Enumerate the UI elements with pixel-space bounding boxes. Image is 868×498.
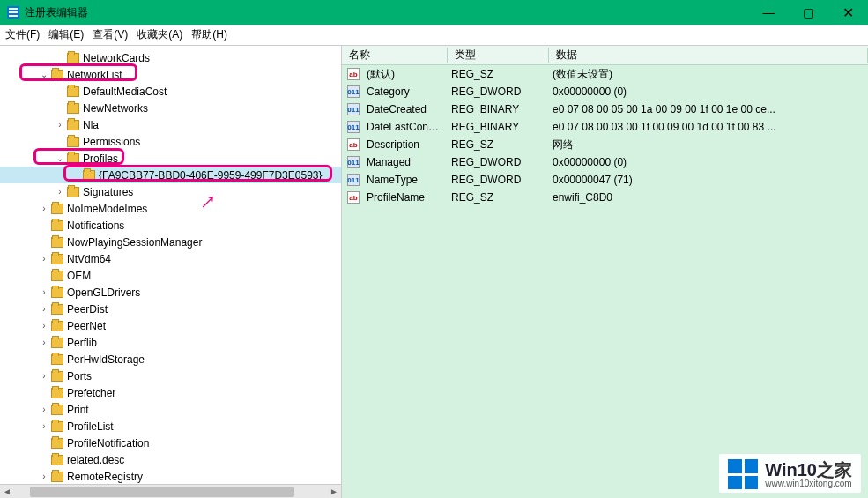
tree-item-label: related.desc xyxy=(67,454,124,466)
cell-data: 网络 xyxy=(547,138,868,152)
chevron-right-icon[interactable]: › xyxy=(37,321,51,331)
tree-item-prefetcher[interactable]: Prefetcher xyxy=(0,384,341,401)
content: NetworkCards⌄NetworkListDefaultMediaCost… xyxy=(0,46,868,498)
col-type[interactable]: 类型 xyxy=(448,48,549,63)
chevron-right-icon[interactable]: › xyxy=(53,187,67,197)
cell-data: enwifi_C8D0 xyxy=(547,191,868,204)
tree-item-nowplayingsessionmanager[interactable]: NowPlayingSessionManager xyxy=(0,234,341,250)
tree-item-profilelist[interactable]: ›ProfileList xyxy=(0,418,341,435)
folder-icon xyxy=(67,120,79,130)
tree-item-fa9cbb77bbd0406e9959499f[interactable]: {FA9CBB77-BBD0-406E-9959-499F7D3E0593} xyxy=(0,167,341,183)
binary-value-icon: 011 xyxy=(347,174,360,186)
folder-icon xyxy=(51,405,63,415)
chevron-down-icon[interactable]: ⌄ xyxy=(37,70,51,79)
cell-data: e0 07 08 00 03 00 1f 00 09 00 1d 00 1f 0… xyxy=(547,121,868,133)
chevron-right-icon[interactable]: › xyxy=(37,338,51,347)
tree-item-opengldrivers[interactable]: ›OpenGLDrivers xyxy=(0,284,341,301)
tree-item-noimemodeimes[interactable]: ›NoImeModeImes xyxy=(0,200,341,217)
chevron-down-icon[interactable]: ⌄ xyxy=(53,153,67,163)
cell-name: DateLastConn... xyxy=(361,121,446,133)
tree-hscrollbar[interactable]: ◄ ► xyxy=(0,484,341,498)
tree-item-peernet[interactable]: ›PeerNet xyxy=(0,317,341,334)
tree-item-print[interactable]: ›Print xyxy=(0,401,341,418)
chevron-right-icon[interactable]: › xyxy=(37,287,51,297)
folder-icon xyxy=(51,455,63,465)
data-header: 名称 类型 数据 xyxy=(342,46,868,65)
tree-item-remoteregistry[interactable]: ›RemoteRegistry xyxy=(0,468,341,485)
tree-item-ports[interactable]: ›Ports xyxy=(0,368,341,384)
menu-edit[interactable]: 编辑(E) xyxy=(48,27,84,42)
chevron-right-icon[interactable]: › xyxy=(37,405,51,414)
binary-value-icon: 011 xyxy=(347,156,360,168)
cell-type: REG_SZ xyxy=(446,138,547,151)
chevron-right-icon[interactable]: › xyxy=(37,254,51,264)
menu-file[interactable]: 文件(F) xyxy=(5,27,40,42)
tree-item-notifications[interactable]: Notifications xyxy=(0,217,341,234)
menu-view[interactable]: 查看(V) xyxy=(93,27,128,42)
tree-item-newnetworks[interactable]: NewNetworks xyxy=(0,100,341,116)
chevron-right-icon[interactable]: › xyxy=(37,304,51,314)
maximize-button[interactable]: ▢ xyxy=(789,0,828,25)
binary-value-icon: 011 xyxy=(347,85,360,98)
tree-item-signatures[interactable]: ›Signatures xyxy=(0,183,341,200)
col-name[interactable]: 名称 xyxy=(342,48,448,63)
tree-item-ntvdm64[interactable]: ›NtVdm64 xyxy=(0,250,341,267)
tree-item-relateddesc[interactable]: related.desc xyxy=(0,451,341,468)
tree-item-perhwidstorage[interactable]: PerHwIdStorage xyxy=(0,351,341,368)
chevron-right-icon[interactable]: › xyxy=(37,204,51,213)
minimize-button[interactable]: — xyxy=(749,0,789,25)
tree-item-label: Perflib xyxy=(67,337,97,349)
watermark-url: www.win10xitong.com xyxy=(765,479,852,488)
cell-type: REG_SZ xyxy=(446,191,547,204)
cell-type: REG_DWORD xyxy=(446,156,547,168)
value-row-profilename[interactable]: abProfileNameREG_SZenwifi_C8D0 xyxy=(342,189,868,206)
cell-type: REG_SZ xyxy=(446,68,547,80)
chevron-right-icon[interactable]: › xyxy=(53,120,67,130)
tree-item-profiles[interactable]: ⌄Profiles xyxy=(0,150,341,167)
titlebar: 注册表编辑器 — ▢ ✕ xyxy=(0,0,868,25)
tree-item-networklist[interactable]: ⌄NetworkList xyxy=(0,66,341,83)
tree-item-label: ProfileList xyxy=(67,420,114,433)
tree-item-defaultmediacost[interactable]: DefaultMediaCost xyxy=(0,83,341,100)
scroll-right-icon[interactable]: ► xyxy=(327,487,341,496)
tree-item-nla[interactable]: ›Nla xyxy=(0,116,341,133)
tree-item-oem[interactable]: OEM xyxy=(0,267,341,284)
tree-item-peerdist[interactable]: ›PeerDist xyxy=(0,301,341,317)
chevron-right-icon[interactable]: › xyxy=(37,421,51,431)
value-row-category[interactable]: 011CategoryREG_DWORD0x00000000 (0) xyxy=(342,83,868,100)
chevron-right-icon[interactable]: › xyxy=(37,472,51,481)
folder-icon xyxy=(51,371,63,382)
value-row-nametype[interactable]: 011NameTypeREG_DWORD0x00000047 (71) xyxy=(342,171,868,189)
folder-icon xyxy=(51,70,63,80)
tree-item-perflib[interactable]: ›Perflib xyxy=(0,334,341,351)
menu-help[interactable]: 帮助(H) xyxy=(191,27,227,42)
value-row-datecreated[interactable]: 011DateCreatedREG_BINARYe0 07 08 00 05 0… xyxy=(342,100,868,118)
tree-pane[interactable]: NetworkCards⌄NetworkListDefaultMediaCost… xyxy=(0,46,342,498)
window-title: 注册表编辑器 xyxy=(25,5,749,20)
watermark: Win10之家 www.win10xitong.com xyxy=(719,454,861,493)
value-row-[interactable]: ab(默认)REG_SZ(数值未设置) xyxy=(342,65,868,83)
scroll-left-icon[interactable]: ◄ xyxy=(0,487,14,496)
tree-item-label: NetworkCards xyxy=(83,52,150,64)
tree-item-label: DefaultMediaCost xyxy=(83,85,167,98)
tree-item-networkcards[interactable]: NetworkCards xyxy=(0,49,341,66)
folder-icon xyxy=(51,254,63,264)
value-row-managed[interactable]: 011ManagedREG_DWORD0x00000000 (0) xyxy=(342,153,868,171)
folder-icon xyxy=(67,53,79,63)
folder-icon xyxy=(51,271,63,281)
tree-item-label: NtVdm64 xyxy=(67,253,111,265)
close-button[interactable]: ✕ xyxy=(828,0,868,25)
tree-item-permissions[interactable]: Permissions xyxy=(0,133,341,150)
string-value-icon: ab xyxy=(347,68,360,80)
col-data[interactable]: 数据 xyxy=(549,48,868,63)
data-pane: 名称 类型 数据 ab(默认)REG_SZ(数值未设置)011CategoryR… xyxy=(342,46,868,498)
tree-item-label: Prefetcher xyxy=(67,387,115,399)
chevron-right-icon[interactable]: › xyxy=(37,371,51,381)
string-value-icon: ab xyxy=(347,138,360,151)
value-row-description[interactable]: abDescriptionREG_SZ网络 xyxy=(342,136,868,153)
value-row-datelastconn[interactable]: 011DateLastConn...REG_BINARYe0 07 08 00 … xyxy=(342,118,868,136)
tree-item-profilenotification[interactable]: ProfileNotification xyxy=(0,435,341,451)
tree-item-label: OpenGLDrivers xyxy=(67,286,140,299)
menu-favorites[interactable]: 收藏夹(A) xyxy=(137,27,182,42)
scroll-thumb[interactable] xyxy=(30,487,294,497)
